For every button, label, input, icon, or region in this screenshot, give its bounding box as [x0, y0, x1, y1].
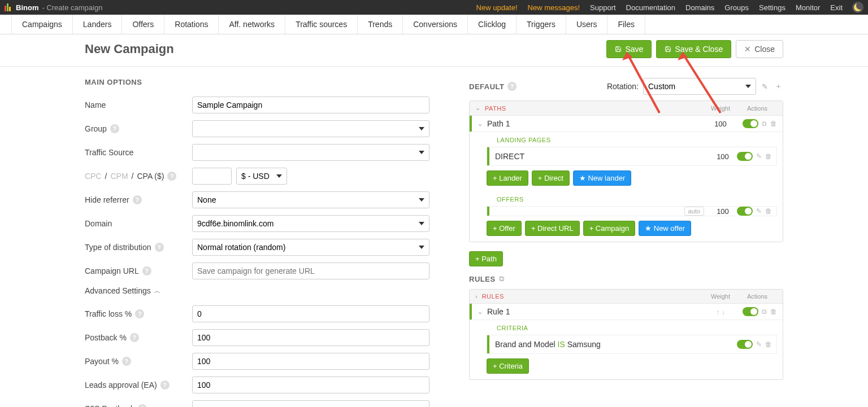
label-traffic-loss: Traffic loss % [85, 309, 132, 318]
s2s-postback-input[interactable] [192, 400, 429, 407]
trash-icon[interactable]: 🗑 [770, 120, 777, 128]
add-direct-url-button[interactable]: + Direct URL [525, 221, 580, 236]
trash-icon[interactable]: 🗑 [765, 152, 772, 160]
label-cpm[interactable]: CPM [110, 172, 128, 181]
help-icon[interactable]: ? [110, 124, 119, 133]
toggle-switch[interactable] [737, 340, 753, 349]
help-icon[interactable]: ? [160, 380, 170, 390]
link-settings[interactable]: Settings [759, 3, 785, 12]
moon-icon[interactable] [852, 2, 863, 13]
advanced-settings-toggle[interactable]: Advanced Settings ︿ [85, 286, 429, 295]
help-icon[interactable]: ? [167, 172, 176, 181]
tab-conversions[interactable]: Conversions [403, 15, 468, 34]
copy-icon[interactable]: ⧉ [762, 308, 767, 316]
col-actions: Actions [737, 105, 777, 112]
path-row[interactable]: ⌄ Path 1 100 ⧉ 🗑 [470, 116, 783, 132]
help-icon[interactable]: ? [130, 333, 139, 342]
trash-icon[interactable]: 🗑 [770, 308, 777, 316]
offer-weight: 100 [709, 207, 737, 216]
add-lander-button[interactable]: + Lander [487, 170, 528, 186]
label-cpc[interactable]: CPC [85, 172, 102, 181]
tab-offers[interactable]: Offers [122, 15, 164, 34]
link-groups[interactable]: Groups [724, 3, 749, 12]
link-new-messages[interactable]: New messages! [528, 3, 580, 12]
criteria-field: Brand and Model [495, 340, 558, 349]
tab-landers[interactable]: Landers [73, 15, 123, 34]
domain-select[interactable]: 9cdf6e.binomlink.com [192, 215, 429, 232]
distribution-select[interactable]: Normal rotation (random) [192, 239, 429, 256]
help-icon[interactable]: ? [155, 243, 164, 252]
pencil-icon[interactable]: ✎ [756, 207, 762, 215]
new-lander-button[interactable]: ★ New lander [573, 170, 631, 186]
close-button[interactable]: ✕ Close [736, 40, 783, 58]
traffic-source-select[interactable] [192, 144, 429, 161]
link-exit[interactable]: Exit [830, 3, 843, 12]
traffic-loss-input[interactable] [192, 305, 429, 322]
link-new-update[interactable]: New update! [476, 3, 518, 12]
toggle-switch[interactable] [743, 119, 758, 128]
add-path-button[interactable]: + Path [469, 251, 503, 266]
name-input[interactable] [192, 97, 429, 113]
trash-icon[interactable]: 🗑 [765, 207, 772, 215]
label-rotation: Rotation: [607, 82, 639, 91]
logo-icon [5, 3, 12, 11]
leads-approval-input[interactable] [192, 377, 429, 393]
tab-rotations[interactable]: Rotations [164, 15, 219, 34]
rule-row[interactable]: ⌄ Rule 1 ↑ ↓ ⧉ 🗑 [470, 304, 783, 320]
rotation-select[interactable]: Custom [643, 78, 756, 95]
save-close-button[interactable]: Save & Close [656, 40, 731, 58]
pencil-icon[interactable]: ✎ [756, 340, 762, 348]
link-monitor[interactable]: Monitor [796, 3, 820, 12]
hide-referrer-select[interactable]: None [192, 191, 429, 208]
col-weight: Weight [704, 105, 737, 112]
pencil-icon[interactable]: ✎ [756, 152, 762, 160]
payout-input[interactable] [192, 353, 429, 370]
copy-icon[interactable]: ⧉ [762, 120, 767, 128]
help-icon[interactable]: ? [507, 82, 517, 91]
help-icon[interactable]: ? [122, 357, 131, 366]
help-icon[interactable]: ? [135, 309, 144, 318]
tab-triggers[interactable]: Triggers [517, 15, 566, 34]
pencil-icon[interactable]: ✎ [760, 81, 770, 91]
plus-icon[interactable]: ＋ [773, 81, 783, 91]
help-icon[interactable]: ? [142, 266, 151, 275]
help-icon[interactable]: ? [133, 195, 142, 204]
toggle-switch[interactable] [743, 307, 758, 316]
tab-traffic-sources[interactable]: Traffic sources [285, 15, 358, 34]
link-documentation[interactable]: Documentation [626, 3, 675, 12]
toggle-switch[interactable] [737, 152, 753, 161]
add-campaign-button[interactable]: + Campaign [583, 221, 635, 236]
tab-files[interactable]: Files [607, 15, 645, 34]
chevron-right-icon[interactable]: › [475, 293, 478, 300]
tab-campaigns[interactable]: Campaigns [11, 15, 73, 34]
main-options-panel: MAIN OPTIONS Name Group? Traffic Source … [85, 78, 429, 407]
link-domains[interactable]: Domains [685, 3, 714, 12]
cpa-input[interactable] [192, 168, 232, 185]
arrow-down-icon[interactable]: ↓ [722, 308, 725, 316]
add-offer-button[interactable]: + Offer [487, 221, 522, 236]
add-criteria-button[interactable]: + Criteria [487, 358, 529, 374]
copy-icon[interactable]: ⧉ [499, 274, 504, 283]
trash-icon[interactable]: 🗑 [765, 340, 772, 348]
toggle-switch[interactable] [737, 207, 753, 216]
tab-users[interactable]: Users [566, 15, 608, 34]
help-icon[interactable]: ? [138, 404, 147, 407]
add-direct-button[interactable]: + Direct [532, 170, 570, 186]
tab-trends[interactable]: Trends [358, 15, 403, 34]
link-support[interactable]: Support [590, 3, 616, 12]
label-s2s-postback: S2S Postback [85, 404, 134, 407]
chevron-down-icon[interactable]: ⌄ [478, 308, 483, 316]
new-offer-button[interactable]: ★ New offer [639, 221, 691, 236]
group-select[interactable] [192, 120, 429, 137]
criteria-row: Brand and Model IS Samsung ✎ 🗑 [487, 335, 777, 354]
chevron-down-icon[interactable]: ⌄ [475, 104, 480, 112]
currency-select[interactable]: $ - USD [236, 168, 287, 185]
chevron-down-icon[interactable]: ⌄ [478, 120, 483, 128]
chevron-up-icon: ︿ [154, 287, 160, 295]
postback-input[interactable] [192, 329, 429, 346]
save-button[interactable]: Save [606, 40, 652, 58]
tab-clicklog[interactable]: Clicklog [468, 15, 517, 34]
label-cpa[interactable]: CPA ($) [137, 172, 164, 181]
tab-aff-networks[interactable]: Aff. networks [219, 15, 285, 34]
arrow-up-icon[interactable]: ↑ [716, 308, 719, 316]
